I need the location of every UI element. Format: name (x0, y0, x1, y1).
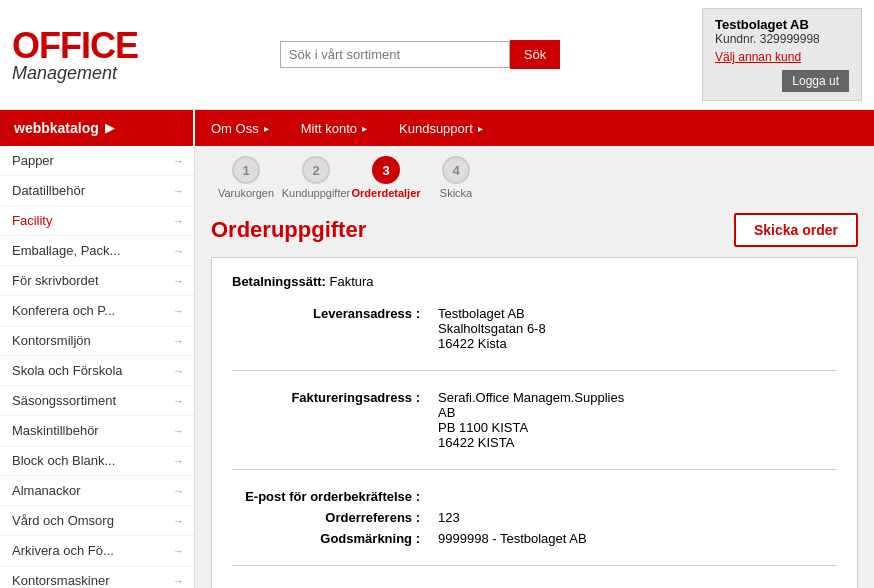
checkout-steps: 1 Varukorgen 2 Kunduppgifter 3 Orderdeta… (211, 156, 858, 199)
leveransadress-label: Leveransadress : (232, 303, 432, 354)
betalningssatt-label: Betalningssätt: (232, 274, 326, 289)
logo-management: Management (12, 64, 138, 82)
step-kunduppgifter: 2 Kunduppgifter (281, 156, 351, 199)
nav-omoss-label: Om Oss (211, 121, 259, 136)
chevron-right-icon: → (173, 275, 184, 287)
navbar: webbkatalog ▶ Om Oss ▸ Mitt konto ▸ Kund… (0, 110, 874, 146)
sidebar: Papper→ Datatillbehör→ Facility→ Emballa… (0, 146, 195, 588)
leveransadress-value: Testbolaget ABSkalholtsgatan 6-816422 Ki… (432, 303, 837, 354)
search-input[interactable] (280, 41, 510, 68)
sidebar-item-skriv[interactable]: För skrivbordet→ (0, 266, 194, 296)
nav-item-mittkonto[interactable]: Mitt konto ▸ (285, 111, 383, 146)
sidebar-item-kontorsmaskiner[interactable]: Kontorsmaskiner→ (0, 566, 194, 588)
nav-mittkonto-label: Mitt konto (301, 121, 357, 136)
sidebar-item-arkivera[interactable]: Arkivera och Fö...→ (0, 536, 194, 566)
step-2-circle: 2 (302, 156, 330, 184)
chevron-right-icon: → (173, 425, 184, 437)
sidebar-item-facility[interactable]: Facility→ (0, 206, 194, 236)
chevron-right-icon: → (173, 545, 184, 557)
chevron-right-icon: → (173, 365, 184, 377)
sidebar-item-papper[interactable]: Papper→ (0, 146, 194, 176)
sidebar-item-kontorsmiljon[interactable]: Kontorsmiljön→ (0, 326, 194, 356)
step-1-label: Varukorgen (218, 187, 274, 199)
sidebar-item-datatillbehor[interactable]: Datatillbehör→ (0, 176, 194, 206)
summa-value: 264,74 (432, 582, 837, 588)
godsmarkning-label: Godsmärkning : (232, 528, 432, 549)
step-orderdetaljer: 3 Orderdetaljer (351, 156, 421, 199)
nav-kundsupport-arrow-icon: ▸ (478, 123, 483, 134)
epost-row: E-post för orderbekräftelse : (232, 486, 837, 507)
webbkatalog-button[interactable]: webbkatalog ▶ (0, 110, 195, 146)
order-title: Orderuppgifter (211, 217, 366, 243)
chevron-right-icon: → (173, 575, 184, 587)
leveransadress-row: Leveransadress : Testbolaget ABSkalholts… (232, 303, 837, 354)
user-kundnr: Kundnr. 329999998 (715, 32, 849, 46)
epost-value (432, 486, 837, 507)
step-1-circle: 1 (232, 156, 260, 184)
sidebar-item-emballage[interactable]: Emballage, Pack...→ (0, 236, 194, 266)
step-3-label: Orderdetaljer (351, 187, 420, 199)
chevron-right-icon: → (173, 455, 184, 467)
sidebar-item-sasong[interactable]: Säsongssortiment→ (0, 386, 194, 416)
nav-omoss-arrow-icon: ▸ (264, 123, 269, 134)
user-box: Testbolaget AB Kundnr. 329999998 Välj an… (702, 8, 862, 101)
main-layout: Papper→ Datatillbehör→ Facility→ Emballa… (0, 146, 874, 588)
content-area: 1 Varukorgen 2 Kunduppgifter 3 Orderdeta… (195, 146, 874, 588)
summa-row: Summa : 264,74 (232, 582, 837, 588)
step-4-circle: 4 (442, 156, 470, 184)
nav-item-kundsupport[interactable]: Kundsupport ▸ (383, 111, 499, 146)
webbkatalog-arrow-icon: ▶ (105, 121, 114, 135)
chevron-right-icon: → (173, 515, 184, 527)
step-3-circle: 3 (372, 156, 400, 184)
chevron-right-icon: → (173, 305, 184, 317)
step-skicka: 4 Skicka (421, 156, 491, 199)
faktureringsadress-row: Faktureringsadress : Serafi.Office Manag… (232, 387, 837, 453)
detail-table: Leveransadress : Testbolaget ABSkalholts… (232, 303, 837, 588)
godsmarkning-row: Godsmärkning : 9999998 - Testbolaget AB (232, 528, 837, 549)
orderreferens-value: 123 (432, 507, 837, 528)
chevron-right-icon: → (173, 245, 184, 257)
logo-office: OFFICE (12, 28, 138, 64)
summa-label: Summa : (232, 582, 432, 588)
sidebar-item-almanackor[interactable]: Almanackor→ (0, 476, 194, 506)
faktureringsadress-value: Serafi.Office Managem.SuppliesABPB 1100 … (432, 387, 837, 453)
sidebar-item-konferera[interactable]: Konferera och P...→ (0, 296, 194, 326)
logout-button[interactable]: Logga ut (782, 70, 849, 92)
logo: OFFICE Management (12, 28, 138, 82)
chevron-right-icon: → (173, 335, 184, 347)
chevron-right-icon: → (173, 155, 184, 167)
chevron-right-icon: → (173, 395, 184, 407)
step-4-label: Skicka (440, 187, 472, 199)
orderreferens-label: Orderreferens : (232, 507, 432, 528)
sidebar-item-vard[interactable]: Vård och Omsorg→ (0, 506, 194, 536)
skicka-order-button[interactable]: Skicka order (734, 213, 858, 247)
search-button[interactable]: Sök (510, 40, 560, 69)
webbkatalog-label: webbkatalog (14, 120, 99, 136)
step-2-label: Kunduppgifter (282, 187, 351, 199)
chevron-right-icon: → (173, 485, 184, 497)
chevron-right-icon: → (173, 215, 184, 227)
user-name: Testbolaget AB (715, 17, 849, 32)
search-area: Sök (280, 40, 560, 69)
sidebar-item-maskin[interactable]: Maskintillbehör→ (0, 416, 194, 446)
godsmarkning-value: 9999998 - Testbolaget AB (432, 528, 837, 549)
nav-kundsupport-label: Kundsupport (399, 121, 473, 136)
chevron-right-icon: → (173, 185, 184, 197)
step-varukorgen: 1 Varukorgen (211, 156, 281, 199)
sidebar-item-block[interactable]: Block och Blank...→ (0, 446, 194, 476)
epost-label: E-post för orderbekräftelse : (232, 486, 432, 507)
betalningssatt-row: Betalningssätt: Faktura (232, 274, 837, 289)
nav-mittkonto-arrow-icon: ▸ (362, 123, 367, 134)
order-box: Betalningssätt: Faktura Leveransadress :… (211, 257, 858, 588)
nav-item-omoss[interactable]: Om Oss ▸ (195, 111, 285, 146)
orderreferens-row: Orderreferens : 123 (232, 507, 837, 528)
sidebar-item-skola[interactable]: Skola och Förskola→ (0, 356, 194, 386)
betalningssatt-value: Faktura (330, 274, 374, 289)
order-header: Orderuppgifter Skicka order (211, 213, 858, 247)
faktureringsadress-label: Faktureringsadress : (232, 387, 432, 453)
valj-annan-link[interactable]: Välj annan kund (715, 50, 849, 64)
header: OFFICE Management Sök Testbolaget AB Kun… (0, 0, 874, 110)
